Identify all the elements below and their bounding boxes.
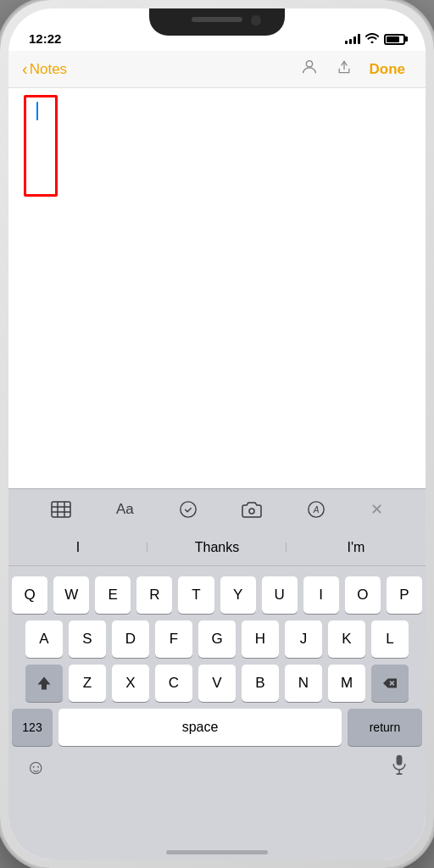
svg-point-7 [180,501,195,516]
back-label: Notes [30,61,67,78]
key-v[interactable]: V [198,665,236,702]
table-icon[interactable] [51,501,71,518]
checklist-icon[interactable] [179,500,198,519]
key-k[interactable]: K [328,620,365,658]
key-x[interactable]: X [112,665,149,702]
svg-point-8 [249,509,254,514]
key-c[interactable]: C [155,665,192,702]
toolbar-close-icon[interactable]: ✕ [370,500,383,519]
shift-key[interactable] [25,665,63,702]
key-j[interactable]: J [285,620,322,658]
share-icon[interactable] [336,58,353,81]
key-e[interactable]: E [95,576,131,614]
keyboard-bottom-row: 123 space return [8,702,426,749]
key-a[interactable]: A [25,620,63,658]
key-h[interactable]: H [242,620,279,658]
contact-icon[interactable] [300,58,319,81]
key-y[interactable]: Y [220,576,256,614]
svg-text:A: A [313,504,320,514]
svg-rect-11 [397,755,403,765]
return-key[interactable]: return [348,709,422,746]
predictive-item-2[interactable]: Thanks [147,540,287,555]
speaker [192,17,242,22]
key-z[interactable]: Z [69,665,106,702]
key-d[interactable]: D [112,620,149,658]
predictive-text-bar: I Thanks I'm [8,529,426,566]
front-camera [251,15,261,25]
key-r[interactable]: R [136,576,172,614]
keyboard-row-1: Q W E R T Y U I O P [8,566,426,614]
numbers-key[interactable]: 123 [12,709,53,746]
key-u[interactable]: U [262,576,298,614]
phone-frame: 12:22 ‹ [0,0,434,868]
key-s[interactable]: S [69,620,106,658]
space-key[interactable]: space [58,709,342,746]
status-icons [345,32,405,46]
key-l[interactable]: L [371,620,409,658]
text-cursor-area [32,102,42,195]
microphone-icon[interactable] [390,754,409,780]
key-b[interactable]: B [242,665,279,702]
formatting-toolbar: Aa A [8,488,426,529]
bottom-utility-bar: ☺ [8,749,426,787]
predictive-item-3[interactable]: I'm [287,540,426,555]
nav-center-icons: Done [300,58,406,81]
done-button[interactable]: Done [370,61,406,78]
format-icon[interactable]: Aa [116,501,134,518]
key-t[interactable]: T [178,576,214,614]
svg-point-0 [306,61,312,67]
emoji-icon[interactable]: ☺ [25,755,47,779]
key-f[interactable]: F [155,620,192,658]
key-p[interactable]: P [387,576,422,614]
status-time: 12:22 [29,31,61,46]
keyboard-row-2: A S D F G H J K L [8,614,426,658]
chevron-left-icon: ‹ [22,59,28,79]
signal-bars [345,34,360,44]
phone-screen: 12:22 ‹ [8,8,426,860]
home-indicator [166,850,268,854]
notch [149,8,285,36]
key-q[interactable]: Q [12,576,47,614]
key-o[interactable]: O [345,576,381,614]
key-g[interactable]: G [198,620,236,658]
battery-icon [384,34,405,45]
key-m[interactable]: M [328,665,365,702]
key-n[interactable]: N [285,665,322,702]
predictive-item-1[interactable]: I [8,540,147,555]
text-cursor [36,102,38,120]
svg-rect-2 [52,502,70,517]
nav-bar: ‹ Notes [8,51,426,88]
camera-icon[interactable] [242,501,262,518]
wifi-icon [365,32,379,46]
key-w[interactable]: W [53,576,89,614]
note-content-area[interactable] [8,88,426,470]
keyboard: Q W E R T Y U I O P A S D F G H J K [8,566,426,860]
markup-icon[interactable]: A [307,500,326,519]
back-button[interactable]: ‹ Notes [22,60,67,79]
keyboard-row-3: Z X C V B N M [8,658,426,702]
delete-key[interactable] [371,665,409,702]
key-i[interactable]: I [303,576,339,614]
